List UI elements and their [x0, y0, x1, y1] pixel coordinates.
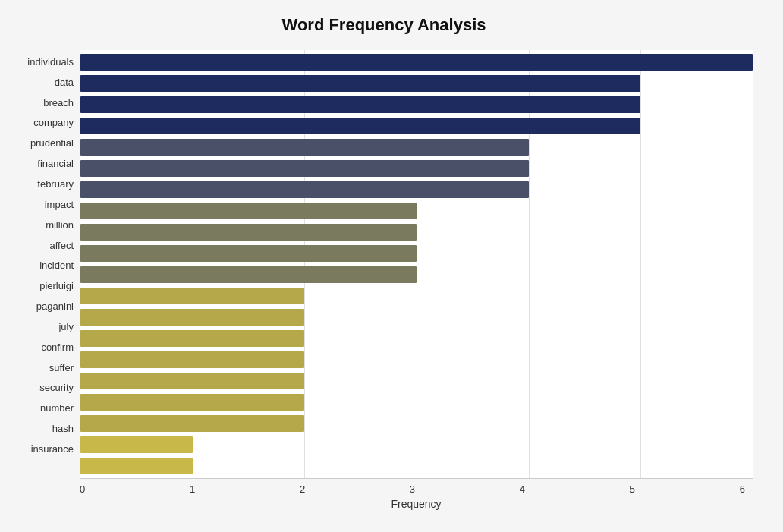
y-axis-label: impact [45, 194, 74, 215]
bar [80, 118, 640, 134]
y-axis-label: confirm [41, 337, 74, 357]
y-axis-label: million [46, 215, 74, 235]
bar [80, 458, 193, 474]
y-axis-label: february [37, 174, 74, 194]
chart-container: Word Frequency Analysis individualsdatab… [0, 0, 783, 532]
bar [80, 373, 304, 389]
y-axis-label: prudential [30, 133, 74, 153]
grid-line [753, 50, 753, 478]
x-axis-label: Frequency [80, 498, 753, 510]
bar [80, 266, 417, 283]
y-axis-label: data [55, 72, 74, 93]
bar-row [80, 179, 753, 200]
y-axis-label: company [33, 113, 74, 134]
x-tick: 4 [520, 483, 525, 495]
bar [80, 245, 417, 262]
y-axis-label: hash [52, 418, 74, 439]
x-axis: 0123456 [80, 479, 753, 495]
grid-line [640, 50, 641, 478]
x-tick: 0 [80, 483, 85, 495]
bar [80, 54, 753, 71]
y-axis-label: number [40, 398, 74, 418]
y-axis-label: affect [49, 235, 74, 256]
bar [80, 139, 529, 156]
bar [80, 96, 640, 113]
bar [80, 160, 529, 177]
y-axis-label: paganini [36, 296, 74, 316]
y-axis-label: incident [39, 255, 74, 275]
grid-line [193, 50, 193, 478]
x-tick: 2 [300, 483, 305, 495]
grid-line [304, 50, 305, 478]
bar-row [80, 158, 753, 179]
x-tick: 3 [410, 483, 415, 495]
bar [80, 394, 304, 411]
bar [80, 351, 304, 368]
bar-row [80, 137, 753, 158]
y-axis-label: insurance [31, 439, 74, 459]
bars-wrapper [80, 50, 753, 479]
bar [80, 75, 640, 92]
y-axis-label: breach [43, 93, 74, 113]
x-tick: 6 [740, 483, 745, 495]
bar-row [80, 115, 753, 137]
bar-row [80, 94, 753, 115]
grid-line [417, 50, 417, 478]
bar [80, 288, 304, 304]
bar-row [80, 73, 753, 94]
y-axis: individualsdatabreachcompanyprudentialfi… [15, 50, 80, 461]
y-axis-label: individuals [27, 52, 74, 72]
bar [80, 203, 417, 219]
bar [80, 224, 417, 241]
y-axis-label: suffer [49, 357, 74, 378]
y-axis-label: july [58, 316, 74, 337]
bar [80, 330, 304, 347]
chart-title: Word Frequency Analysis [15, 15, 753, 35]
bar [80, 436, 193, 453]
bar-row [80, 52, 753, 73]
grid-line [529, 50, 530, 478]
y-axis-label: security [39, 378, 74, 398]
x-tick: 5 [630, 483, 635, 495]
x-tick: 1 [190, 483, 195, 495]
y-axis-label: financial [37, 153, 74, 174]
bar [80, 415, 304, 432]
y-axis-label: pierluigi [39, 275, 74, 296]
bar [80, 181, 529, 198]
bar [80, 309, 304, 326]
chart-area: individualsdatabreachcompanyprudentialfi… [15, 50, 753, 461]
